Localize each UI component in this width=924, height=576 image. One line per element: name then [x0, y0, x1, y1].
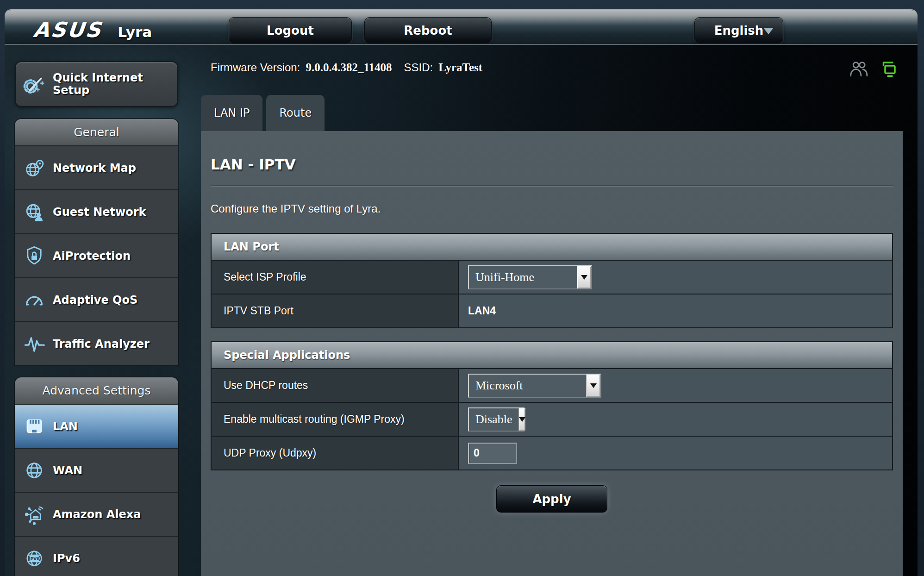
row-label: Enable multicast routing (IGMP Proxy) [212, 403, 459, 436]
tab-route[interactable]: Route [266, 95, 325, 131]
dhcp-routes-select[interactable]: Microsoft [468, 374, 601, 398]
select-value: Unifi-Home [469, 266, 577, 288]
chevron-down-icon [581, 275, 587, 280]
ssid-value: LyraTest [438, 61, 482, 74]
firmware-label: Firmware Version: [211, 61, 300, 74]
sidebar-item-aiprotection[interactable]: AiProtection [15, 233, 178, 277]
row-label: Select ISP Profile [212, 261, 459, 294]
smart-home-icon [21, 503, 47, 526]
title-divider [211, 185, 893, 187]
table-row: Select ISP Profile Unifi-Home [212, 260, 892, 294]
sidebar-group-advanced: Advanced Settings LAN [15, 377, 178, 576]
globe-icon [21, 459, 47, 482]
gauge-icon [21, 289, 47, 311]
connected-devices-icon[interactable] [879, 59, 898, 79]
row-label: Use DHCP routes [212, 369, 459, 402]
isp-profile-select[interactable]: Unifi-Home [468, 265, 592, 289]
row-value: Disable [459, 403, 892, 436]
asus-logo: ASUS [32, 18, 103, 42]
group-header-general: General [15, 119, 178, 145]
header-status-icons [849, 59, 898, 79]
ssid-label: SSID: [404, 61, 433, 74]
chevron-down-icon [519, 417, 525, 422]
chevron-down-icon [763, 28, 774, 34]
row-value: Unifi-Home [459, 261, 892, 294]
select-value: Microsoft [469, 375, 586, 397]
shield-lock-icon [21, 245, 47, 267]
sidebar-item-label: LAN [53, 420, 78, 433]
product-name: Lyra [118, 24, 152, 40]
svg-text:IPV6: IPV6 [29, 556, 39, 561]
firmware-status-line: Firmware Version: 9.0.0.4.382_11408 SSID… [211, 61, 482, 74]
table-header: Special Applications [212, 342, 892, 368]
sidebar-item-adaptive-qos[interactable]: Adaptive QoS [15, 277, 178, 321]
row-label: UDP Proxy (Udpxy) [212, 437, 459, 470]
sidebar-group-general: General Network Map [15, 119, 178, 365]
table-row: Enable multicast routing (IGMP Proxy) Di… [212, 402, 892, 436]
quick-internet-setup-button[interactable]: Quick Internet Setup [15, 61, 178, 107]
sidebar-item-lan[interactable]: LAN [15, 404, 178, 448]
language-select[interactable]: English [694, 17, 783, 44]
quick-internet-setup-label: Quick Internet Setup [53, 72, 143, 97]
brand-area: ASUS Lyra [33, 18, 152, 42]
row-label: IPTV STB Port [212, 294, 459, 327]
sidebar-item-ipv6[interactable]: IPV6 IPv6 [15, 536, 178, 576]
special-applications-table: Special Applications Use DHCP routes Mic… [211, 341, 893, 470]
guest-network-icon [21, 201, 47, 223]
ethernet-port-icon [21, 415, 47, 438]
page-title: LAN - IPTV [211, 156, 893, 173]
row-value: LAN4 [459, 294, 892, 327]
table-row: Use DHCP routes Microsoft [212, 368, 892, 402]
sidebar-item-guest-network[interactable]: Guest Network [15, 189, 178, 233]
reboot-button[interactable]: Reboot [364, 17, 492, 44]
network-map-icon [21, 157, 47, 179]
sidebar-item-label: IPv6 [53, 552, 80, 565]
row-value: Microsoft [459, 369, 892, 402]
sidebar-item-wan[interactable]: WAN [15, 448, 178, 492]
page-tabs: LAN IP Route [201, 95, 325, 131]
clients-users-icon[interactable] [849, 60, 868, 78]
sidebar-item-label: Amazon Alexa [53, 508, 141, 521]
ipv6-globe-icon: IPV6 [21, 547, 47, 570]
sidebar-item-label: AiProtection [53, 250, 131, 263]
sidebar-item-traffic-analyzer[interactable]: Traffic Analyzer [15, 321, 178, 365]
group-header-advanced: Advanced Settings [15, 377, 178, 404]
apply-row: Apply [211, 485, 893, 513]
sidebar-item-label: Adaptive QoS [53, 294, 137, 307]
waveform-icon [21, 333, 47, 355]
sidebar-item-label: Traffic Analyzer [53, 338, 150, 351]
tab-lan-ip[interactable]: LAN IP [201, 95, 262, 131]
language-label: English [714, 24, 764, 38]
chevron-down-icon [590, 383, 597, 388]
table-header: LAN Port [212, 234, 892, 260]
logout-button[interactable]: Logout [229, 17, 352, 44]
row-value [459, 437, 892, 470]
apply-button[interactable]: Apply [496, 485, 607, 513]
firmware-value: 9.0.0.4.382_11408 [306, 61, 392, 74]
dropdown-arrow-button[interactable] [577, 266, 591, 288]
top-bar: ASUS Lyra Logout Reboot English [5, 10, 918, 44]
select-value: Disable [469, 408, 518, 431]
udp-proxy-input[interactable] [468, 443, 517, 464]
table-row: IPTV STB Port LAN4 [212, 294, 892, 327]
sidebar-item-label: Network Map [53, 162, 136, 175]
sidebar-item-network-map[interactable]: Network Map [15, 145, 178, 189]
stb-port-value: LAN4 [468, 305, 496, 317]
lan-port-table: LAN Port Select ISP Profile Unifi-Home I… [211, 233, 893, 328]
sidebar-item-label: WAN [53, 464, 82, 477]
router-admin-window: ASUS Lyra Logout Reboot English Firmware… [5, 9, 918, 576]
gear-wand-icon [21, 73, 47, 96]
sidebar-item-amazon-alexa[interactable]: Amazon Alexa [15, 492, 178, 536]
dropdown-arrow-button[interactable] [518, 408, 525, 431]
page-description: Configure the IPTV setting of Lyra. [211, 202, 893, 215]
dropdown-arrow-button[interactable] [586, 375, 600, 397]
table-row: UDP Proxy (Udpxy) [212, 436, 892, 470]
sidebar: Quick Internet Setup General [15, 61, 178, 576]
sidebar-item-label: Guest Network [53, 206, 146, 219]
igmp-proxy-select[interactable]: Disable [468, 407, 524, 432]
content-panel: LAN - IPTV Configure the IPTV setting of… [201, 131, 903, 576]
